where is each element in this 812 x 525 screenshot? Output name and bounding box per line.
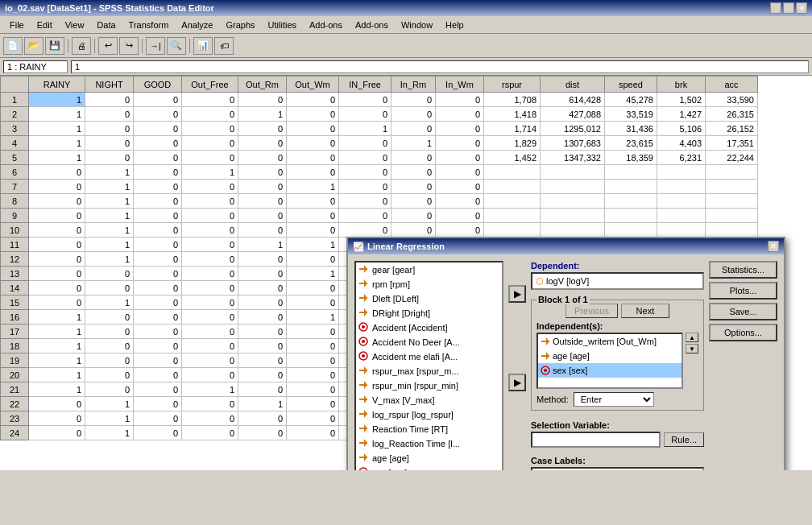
- method-select[interactable]: Enter: [574, 392, 654, 407]
- cell[interactable]: 0: [182, 397, 238, 411]
- cell[interactable]: 1: [85, 180, 134, 194]
- cell[interactable]: 23,615: [605, 136, 657, 151]
- cell[interactable]: 0: [85, 339, 134, 353]
- cell[interactable]: 0: [238, 281, 287, 296]
- cell[interactable]: 0: [134, 353, 182, 368]
- cell[interactable]: 0: [29, 397, 85, 411]
- cell[interactable]: 0: [29, 252, 85, 267]
- cell[interactable]: 0: [287, 426, 339, 440]
- cell[interactable]: 0: [339, 107, 392, 122]
- cell[interactable]: 1: [238, 238, 287, 252]
- variable-list-item[interactable]: age [age]: [356, 451, 502, 465]
- menu-window[interactable]: Window: [395, 19, 439, 31]
- rule-btn[interactable]: Rule...: [664, 432, 704, 447]
- cell[interactable]: 1: [238, 397, 287, 411]
- cell[interactable]: 1: [85, 397, 134, 411]
- cell[interactable]: 0: [182, 107, 238, 122]
- cell[interactable]: 0: [85, 107, 134, 122]
- cell[interactable]: 0: [182, 209, 238, 223]
- cell[interactable]: 0: [134, 339, 182, 353]
- cell[interactable]: 0: [339, 165, 392, 180]
- cell[interactable]: 1,714: [484, 122, 541, 136]
- find-btn[interactable]: 🔍: [167, 37, 186, 55]
- cell[interactable]: 1: [85, 194, 134, 209]
- cell[interactable]: 0: [287, 296, 339, 310]
- cell[interactable]: 0: [287, 223, 339, 238]
- cell[interactable]: 0: [392, 93, 436, 107]
- cell[interactable]: 1,452: [484, 151, 541, 165]
- cell[interactable]: 1: [85, 252, 134, 267]
- cell[interactable]: 0: [392, 194, 436, 209]
- cell[interactable]: 0: [85, 267, 134, 281]
- cell[interactable]: 0: [182, 339, 238, 353]
- print-btn[interactable]: 🖨: [72, 37, 91, 55]
- menu-edit[interactable]: Edit: [31, 19, 59, 31]
- cell[interactable]: 0: [182, 151, 238, 165]
- cell[interactable]: 0: [134, 209, 182, 223]
- cell[interactable]: 1: [85, 411, 134, 426]
- cell[interactable]: 1: [182, 382, 238, 397]
- col-dist[interactable]: dist: [541, 76, 605, 93]
- variable-list-item[interactable]: Accident No Deer [A...: [356, 335, 502, 349]
- open-btn[interactable]: 📂: [24, 37, 44, 55]
- col-rainy[interactable]: RAINY: [29, 76, 85, 93]
- indep-scroll-down[interactable]: ▼: [686, 344, 698, 353]
- menu-view[interactable]: View: [59, 19, 91, 31]
- cell[interactable]: 0: [392, 209, 436, 223]
- cell[interactable]: 0: [182, 180, 238, 194]
- close-btn[interactable]: ✕: [796, 2, 807, 14]
- cell[interactable]: 0: [182, 93, 238, 107]
- cell[interactable]: 1: [85, 165, 134, 180]
- cell[interactable]: 1: [29, 310, 85, 325]
- cell[interactable]: 0: [85, 325, 134, 339]
- cell[interactable]: 0: [392, 151, 436, 165]
- variable-list-item[interactable]: log_rspur [log_rspur]: [356, 407, 502, 422]
- var-view-btn[interactable]: 📊: [193, 37, 213, 55]
- variable-list-item[interactable]: Dleft [DLeft]: [356, 291, 502, 306]
- cell[interactable]: 1,427: [657, 107, 706, 122]
- cell[interactable]: 0: [134, 397, 182, 411]
- cell[interactable]: 0: [339, 209, 392, 223]
- cell[interactable]: 0: [392, 122, 436, 136]
- cell[interactable]: 26,315: [706, 107, 758, 122]
- cell[interactable]: 0: [29, 411, 85, 426]
- dependent-field[interactable]: ⬡ logV [logV]: [531, 272, 704, 290]
- cell[interactable]: [605, 209, 657, 223]
- cell[interactable]: 0: [287, 151, 339, 165]
- cell[interactable]: 0: [436, 151, 484, 165]
- cell[interactable]: 0: [238, 252, 287, 267]
- cell[interactable]: 0: [29, 223, 85, 238]
- cell[interactable]: [706, 180, 758, 194]
- cell[interactable]: 0: [182, 411, 238, 426]
- cell[interactable]: 0: [436, 223, 484, 238]
- cell[interactable]: [541, 180, 605, 194]
- cell[interactable]: 0: [287, 382, 339, 397]
- cell[interactable]: 0: [339, 136, 392, 151]
- col-rspur[interactable]: rspur: [484, 76, 541, 93]
- cell[interactable]: 22,244: [706, 151, 758, 165]
- cell[interactable]: 6,231: [657, 151, 706, 165]
- cell[interactable]: 0: [134, 194, 182, 209]
- cell[interactable]: 0: [29, 180, 85, 194]
- cell[interactable]: 1: [29, 107, 85, 122]
- cell[interactable]: 0: [182, 238, 238, 252]
- cell[interactable]: 0: [134, 382, 182, 397]
- cell[interactable]: 0: [134, 93, 182, 107]
- variable-list-item[interactable]: Accident me elafi [A...: [356, 349, 502, 364]
- cell[interactable]: 0: [29, 426, 85, 440]
- col-acc[interactable]: acc: [706, 76, 758, 93]
- cell[interactable]: [484, 165, 541, 180]
- cell[interactable]: 0: [238, 165, 287, 180]
- col-speed[interactable]: speed: [605, 76, 657, 93]
- cell[interactable]: 0: [287, 281, 339, 296]
- cell[interactable]: 0: [182, 353, 238, 368]
- dialog-close-btn[interactable]: ✕: [768, 241, 779, 252]
- cell[interactable]: [541, 223, 605, 238]
- cell[interactable]: 1: [238, 107, 287, 122]
- cell[interactable]: 1347,332: [541, 151, 605, 165]
- minimize-btn[interactable]: _: [770, 2, 781, 14]
- indep-scroll-up[interactable]: ▲: [686, 333, 698, 342]
- col-out-wm[interactable]: Out_Wm: [287, 76, 339, 93]
- cell[interactable]: [484, 194, 541, 209]
- cell[interactable]: 0: [134, 281, 182, 296]
